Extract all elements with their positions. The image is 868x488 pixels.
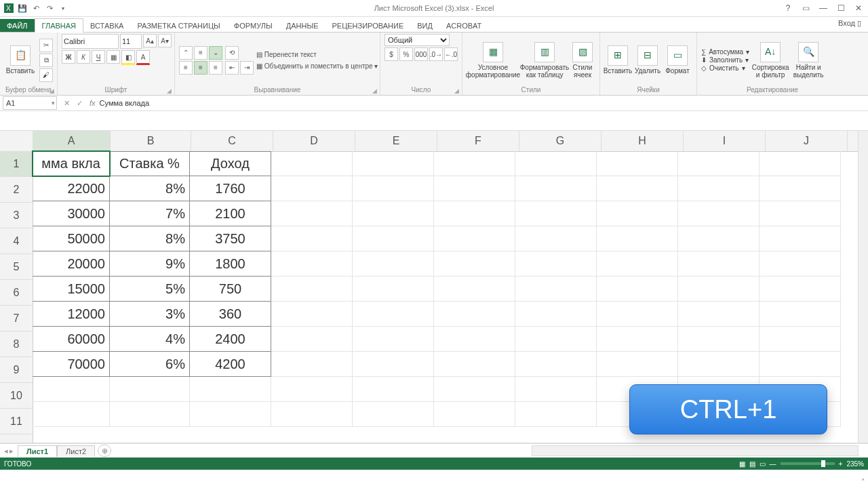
col-header-E[interactable]: E	[355, 131, 437, 151]
page-layout-icon[interactable]: ▤	[749, 460, 755, 468]
cell-E9[interactable]	[353, 352, 434, 377]
align-center-icon[interactable]: ≡	[194, 61, 208, 75]
cell-I2[interactable]	[678, 176, 760, 201]
cell-A3[interactable]: 30000	[33, 201, 110, 226]
qat-dropdown-icon[interactable]: ▾	[57, 2, 69, 14]
cell-A8[interactable]: 60000	[33, 327, 110, 352]
cell-C5[interactable]: 1800	[190, 251, 271, 277]
cell-J8[interactable]	[760, 327, 841, 352]
cell-D2[interactable]	[271, 176, 353, 201]
currency-icon[interactable]: $	[384, 47, 398, 61]
fx-icon[interactable]: fx	[90, 99, 96, 107]
cell-G1[interactable]	[515, 151, 597, 176]
row-header-9[interactable]: 9	[0, 357, 33, 383]
row-header-2[interactable]: 2	[0, 177, 33, 203]
cell-E8[interactable]	[353, 327, 434, 352]
row-header-3[interactable]: 3	[0, 203, 33, 228]
cell-E4[interactable]	[353, 226, 434, 251]
orientation-icon[interactable]: ⟲	[225, 46, 239, 60]
cell-E7[interactable]	[353, 302, 434, 327]
tab-review[interactable]: РЕЦЕНЗИРОВАНИЕ	[325, 19, 410, 32]
cell-D3[interactable]	[271, 201, 353, 226]
percent-icon[interactable]: %	[399, 47, 413, 61]
cell-F4[interactable]	[434, 226, 515, 251]
cell-G9[interactable]	[515, 352, 597, 377]
align-top-icon[interactable]: ⌃	[179, 46, 193, 60]
close-icon[interactable]: ✕	[852, 3, 865, 13]
insert-cells-button[interactable]: ⊞Вставить	[604, 45, 631, 75]
cell-B9[interactable]: 6%	[110, 352, 190, 377]
paste-button[interactable]: 📋 Вставить	[4, 45, 37, 75]
cell-H9[interactable]	[597, 352, 678, 377]
sheet-nav-prev-icon[interactable]: ◂	[4, 447, 8, 455]
cell-I1[interactable]	[678, 151, 760, 176]
cell-H8[interactable]	[597, 327, 678, 352]
row-header-5[interactable]: 5	[0, 254, 33, 280]
col-header-I[interactable]: I	[684, 131, 766, 151]
delete-cells-button[interactable]: ⊟Удалить	[634, 45, 661, 75]
cell-B10[interactable]	[110, 377, 190, 402]
col-header-F[interactable]: F	[437, 131, 519, 151]
tab-file[interactable]: ФАЙЛ	[0, 19, 35, 32]
format-painter-icon[interactable]: 🖌	[39, 68, 53, 82]
merge-center-button[interactable]: ▦ Объединить и поместить в центре ▾	[256, 62, 378, 70]
row-header-1[interactable]: 1	[0, 151, 33, 177]
row-header-7[interactable]: 7	[0, 306, 33, 331]
tab-data[interactable]: ДАННЫЕ	[279, 19, 326, 32]
cell-F5[interactable]	[434, 251, 515, 277]
cell-G11[interactable]	[515, 402, 597, 427]
tab-formulas[interactable]: ФОРМУЛЫ	[227, 19, 279, 32]
cell-styles-button[interactable]: ▧Стили ячеек	[570, 42, 595, 79]
normal-view-icon[interactable]: ▦	[739, 460, 745, 468]
cell-D10[interactable]	[271, 377, 353, 402]
cell-A10[interactable]	[33, 377, 110, 402]
col-header-B[interactable]: B	[111, 131, 191, 151]
cell-A4[interactable]: 50000	[33, 226, 110, 251]
cell-G8[interactable]	[515, 327, 597, 352]
decrease-decimal-icon[interactable]: ←.0	[444, 47, 458, 61]
maximize-icon[interactable]: ☐	[834, 3, 848, 13]
cell-H2[interactable]	[597, 176, 678, 201]
conditional-formatting-button[interactable]: ▦Условное форматирование	[467, 42, 519, 79]
cell-F6[interactable]	[434, 277, 515, 302]
cell-E10[interactable]	[353, 377, 434, 402]
cell-D5[interactable]	[271, 251, 353, 277]
cell-C9[interactable]: 4200	[190, 352, 271, 377]
cell-B5[interactable]: 9%	[110, 251, 190, 277]
cell-H5[interactable]	[597, 251, 678, 277]
cell-G10[interactable]	[515, 377, 597, 402]
autosum-button[interactable]: ∑ Автосумма ▾	[701, 48, 749, 56]
col-header-C[interactable]: C	[191, 131, 273, 151]
cell-E5[interactable]	[353, 251, 434, 277]
row-headers[interactable]: 1234567891011	[0, 151, 33, 443]
cell-G2[interactable]	[515, 176, 597, 201]
cell-I7[interactable]	[678, 302, 760, 327]
cell-B2[interactable]: 8%	[110, 176, 190, 201]
page-break-icon[interactable]: ▭	[760, 460, 766, 468]
cell-D7[interactable]	[271, 302, 353, 327]
align-middle-icon[interactable]: ≡	[194, 46, 208, 60]
border-icon[interactable]: ▦	[106, 50, 120, 64]
cell-G6[interactable]	[515, 277, 597, 302]
cell-F8[interactable]	[434, 327, 515, 352]
sign-in-link[interactable]: Вход ▯	[838, 19, 861, 28]
cell-H1[interactable]	[597, 151, 678, 176]
cell-H7[interactable]	[597, 302, 678, 327]
cell-A2[interactable]: 22000	[33, 176, 110, 201]
fill-color-icon[interactable]: ◧	[121, 50, 135, 65]
zoom-level[interactable]: 235%	[846, 460, 864, 468]
cell-B1[interactable]: Ставка %	[110, 151, 190, 176]
col-header-G[interactable]: G	[519, 131, 601, 151]
cell-B3[interactable]: 7%	[110, 201, 190, 226]
cell-B4[interactable]: 8%	[110, 226, 190, 251]
tab-acrobat[interactable]: ACROBAT	[439, 19, 488, 32]
cell-E6[interactable]	[353, 277, 434, 302]
horizontal-scrollbar[interactable]	[532, 445, 859, 456]
cell-H6[interactable]	[597, 277, 678, 302]
cell-C1[interactable]: Доход	[190, 151, 271, 176]
zoom-out-icon[interactable]: —	[770, 460, 776, 468]
cell-B7[interactable]: 3%	[110, 302, 190, 327]
cell-C8[interactable]: 2400	[190, 327, 271, 352]
cell-F10[interactable]	[434, 377, 515, 402]
cell-I9[interactable]	[678, 352, 760, 377]
